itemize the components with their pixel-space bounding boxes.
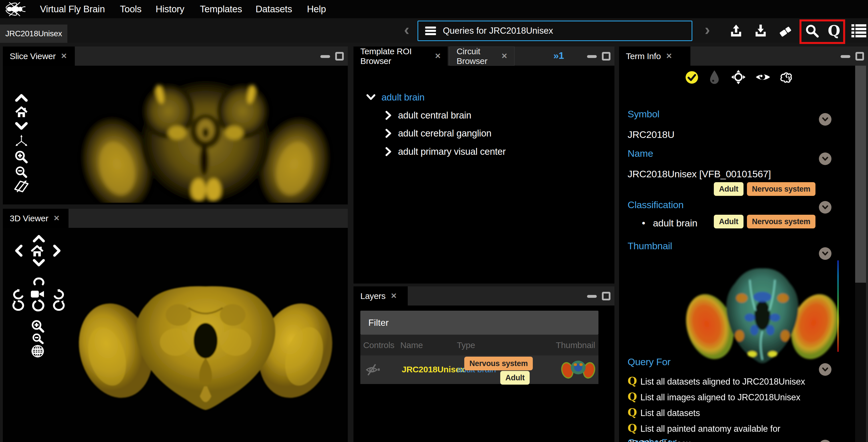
3d-roll-right-icon[interactable] <box>52 300 65 312</box>
term-brain-icon[interactable] <box>779 70 795 84</box>
close-icon[interactable]: ✕ <box>435 52 441 61</box>
search-icon[interactable] <box>804 23 820 39</box>
query-q-icon[interactable]: Q <box>826 23 842 39</box>
badge-adult: Adult <box>714 182 743 196</box>
slice-viewer-canvas[interactable] <box>3 66 348 204</box>
nav-item-tools[interactable]: Tools <box>120 0 142 18</box>
upload-icon[interactable] <box>728 23 744 39</box>
3d-pan-down-icon[interactable] <box>33 259 45 267</box>
3d-roll-left-icon[interactable] <box>12 300 25 312</box>
chevron-down-icon[interactable] <box>366 94 376 101</box>
minimize-icon[interactable] <box>841 55 850 58</box>
close-icon[interactable]: ✕ <box>61 52 67 61</box>
query-list: QList all datasets aligned to JRC2018Uni… <box>628 374 839 442</box>
tree-item-adult-brain[interactable]: adult brain <box>366 92 425 103</box>
session-tab-jrc2018unisex[interactable]: JRC2018Unisex <box>0 25 67 43</box>
fly-logo-icon[interactable] <box>4 1 28 17</box>
term-thumbnail-image <box>682 263 842 375</box>
term-center-target-icon[interactable] <box>731 70 746 85</box>
slice-axes-icon[interactable] <box>14 134 29 147</box>
layers-filter-bar <box>360 311 598 335</box>
slice-down-icon[interactable] <box>15 122 28 131</box>
collapse-name-icon[interactable] <box>819 153 832 165</box>
visibility-off-icon[interactable] <box>366 364 381 376</box>
query-link[interactable]: QList all images aligned to JRC2018Unise… <box>628 389 839 405</box>
filter-input[interactable] <box>368 317 590 328</box>
3d-viewer-canvas[interactable] <box>3 228 348 442</box>
3d-pan-right-icon[interactable] <box>53 244 61 257</box>
tree-item-adult-cerebral-ganglion[interactable]: adult cerebral ganglion <box>385 128 491 139</box>
layer-name[interactable]: JRC2018Unisex <box>402 365 465 374</box>
layer-row-jrc2018unisex[interactable]: JRC2018Unisex adult brain Nervous system… <box>360 355 598 384</box>
minimize-icon[interactable] <box>587 55 597 58</box>
layer-thumbnail <box>561 358 595 381</box>
collapse-classification-icon[interactable] <box>819 201 832 214</box>
3d-home-icon[interactable] <box>30 245 44 257</box>
query-forward-icon[interactable]: › <box>705 18 710 41</box>
nav-item-templates[interactable]: Templates <box>200 0 242 18</box>
template-roi-browser-tab[interactable]: Template ROI Browser ✕ <box>353 46 448 66</box>
term-info-header: Term Info ✕ <box>619 46 868 66</box>
maximize-icon[interactable] <box>856 52 864 61</box>
slice-up-icon[interactable] <box>15 93 28 102</box>
maximize-icon[interactable] <box>602 52 611 61</box>
3d-rotate-cw-icon[interactable] <box>52 288 65 300</box>
minimize-icon[interactable] <box>587 295 597 298</box>
query-input[interactable] <box>443 26 683 36</box>
chevron-right-icon[interactable] <box>385 128 392 138</box>
close-icon[interactable]: ✕ <box>391 291 397 301</box>
3d-reset-rotation-icon[interactable] <box>31 299 45 312</box>
collapse-symbol-icon[interactable] <box>819 113 832 126</box>
close-icon[interactable]: ✕ <box>501 52 508 61</box>
nav-item-help[interactable]: Help <box>307 0 326 18</box>
graphs-for-label: Graphs For <box>628 437 676 442</box>
list-view-icon[interactable] <box>851 23 867 39</box>
3d-zoom-in-icon[interactable] <box>31 319 44 333</box>
term-visibility-eye-icon[interactable] <box>755 71 771 83</box>
hamburger-icon[interactable] <box>418 26 443 36</box>
symbol-value: JRC2018U <box>628 129 674 140</box>
chevron-right-icon[interactable] <box>385 110 392 120</box>
maximize-icon[interactable] <box>335 52 344 61</box>
term-color-droplet-icon[interactable] <box>708 70 721 85</box>
collapse-thumbnail-icon[interactable] <box>819 247 832 260</box>
layers-tab[interactable]: Layers ✕ <box>353 286 408 306</box>
3d-rotate-ccw-icon[interactable] <box>12 288 25 300</box>
slice-viewer-tab[interactable]: Slice Viewer ✕ <box>3 46 75 66</box>
query-back-icon[interactable]: ‹ <box>404 18 409 41</box>
name-label: Name <box>628 148 653 159</box>
3d-rotate-loop-icon[interactable] <box>32 276 46 287</box>
slice-zoom-in-icon[interactable] <box>14 150 28 164</box>
nav-brand[interactable]: Virtual Fly Brain <box>40 0 105 18</box>
chevron-right-icon[interactable] <box>385 147 392 156</box>
tree-item-adult-primary-visual-center[interactable]: adult primary visual center <box>385 146 506 157</box>
toolbar-row: JRC2018Unisex ‹ › <box>0 18 868 43</box>
nav-item-datasets[interactable]: Datasets <box>255 0 292 18</box>
hidden-tabs-indicator[interactable]: »1 <box>553 50 564 61</box>
badge-adult: Adult <box>500 371 530 385</box>
term-info-tab[interactable]: Term Info ✕ <box>619 46 690 66</box>
term-selected-check-icon[interactable] <box>685 70 699 85</box>
3d-pan-up-icon[interactable] <box>33 234 45 243</box>
3d-pan-left-icon[interactable] <box>14 244 23 257</box>
3d-zoom-out-icon[interactable] <box>31 333 44 344</box>
slice-plane-icon[interactable] <box>14 180 29 193</box>
slice-zoom-out-icon[interactable] <box>15 166 27 178</box>
3d-camera-icon[interactable] <box>30 289 44 299</box>
nav-item-history[interactable]: History <box>156 0 184 18</box>
close-icon[interactable]: ✕ <box>666 52 672 61</box>
maximize-icon[interactable] <box>602 292 611 301</box>
tree-item-adult-central-brain[interactable]: adult central brain <box>385 110 471 121</box>
download-icon[interactable] <box>753 23 769 39</box>
scrollbar-thumb[interactable] <box>855 66 866 283</box>
symbol-label: Symbol <box>628 108 659 120</box>
query-link[interactable]: QList all datasets <box>628 405 839 420</box>
close-icon[interactable]: ✕ <box>53 214 60 223</box>
slice-home-icon[interactable] <box>15 106 28 118</box>
minimize-icon[interactable] <box>320 55 330 58</box>
query-link[interactable]: QList all datasets aligned to JRC2018Uni… <box>628 374 839 389</box>
3d-viewer-tab[interactable]: 3D Viewer ✕ <box>3 209 68 228</box>
3d-globe-icon[interactable] <box>31 344 44 358</box>
eraser-icon[interactable] <box>777 23 793 39</box>
circuit-browser-tab[interactable]: Circuit Browser ✕ <box>450 46 515 66</box>
